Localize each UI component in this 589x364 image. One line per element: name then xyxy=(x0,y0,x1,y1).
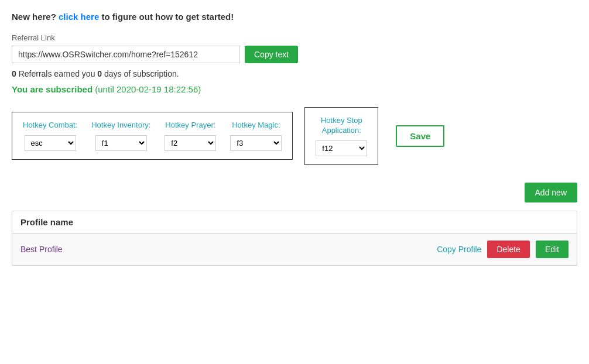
profile-row-cell: Best Profile Copy Profile Delete Edit xyxy=(12,233,577,265)
hotkey-prayer-label: Hotkey Prayer: xyxy=(165,121,215,131)
hotkey-stop-group: Hotkey StopApplication: esc f1 f2 f3 f4 … xyxy=(316,116,367,156)
hotkey-combat-select[interactable]: esc f1 f2 f3 f4 f5 f12 xyxy=(25,135,76,151)
subscribed-label: You are subscribed xyxy=(12,84,93,94)
save-button[interactable]: Save xyxy=(396,125,444,147)
hotkey-magic-select[interactable]: esc f1 f2 f3 f4 f5 f12 xyxy=(230,135,282,151)
add-new-row: Add new xyxy=(12,183,577,202)
until-label: (until 2020-02-19 18:22:56) xyxy=(95,84,201,94)
hotkey-stop-label: Hotkey StopApplication: xyxy=(321,116,362,136)
table-row: Best Profile Copy Profile Delete Edit xyxy=(12,233,577,265)
profiles-table-header: Profile name xyxy=(12,211,577,233)
hotkeys-section: Hotkey Combat: esc f1 f2 f3 f4 f5 f12 Ho… xyxy=(12,107,577,165)
copy-text-button[interactable]: Copy text xyxy=(245,46,298,63)
profile-row-actions: Copy Profile Delete Edit xyxy=(437,241,569,258)
add-new-button[interactable]: Add new xyxy=(525,183,577,202)
profile-row-content: Best Profile Copy Profile Delete Edit xyxy=(20,241,569,258)
hotkey-combat-label: Hotkey Combat: xyxy=(23,121,77,131)
hotkey-inventory-select[interactable]: esc f1 f2 f3 f4 f5 f12 xyxy=(95,135,147,151)
hotkey-inventory-label: Hotkey Inventory: xyxy=(91,121,150,131)
banner-prefix: New here? xyxy=(12,12,56,22)
profile-name: Best Profile xyxy=(20,245,63,254)
edit-button[interactable]: Edit xyxy=(536,241,569,258)
referral-input[interactable] xyxy=(12,46,240,63)
hotkey-magic-group: Hotkey Magic: esc f1 f2 f3 f4 f5 f12 xyxy=(230,121,282,151)
delete-button[interactable]: Delete xyxy=(487,241,529,258)
new-here-banner: New here? click here to figure out how t… xyxy=(12,12,577,22)
hotkey-stop-box: Hotkey StopApplication: esc f1 f2 f3 f4 … xyxy=(304,107,378,165)
hotkey-inventory-group: Hotkey Inventory: esc f1 f2 f3 f4 f5 f12 xyxy=(91,121,150,151)
hotkey-prayer-select[interactable]: esc f1 f2 f3 f4 f5 f12 xyxy=(165,135,216,151)
profiles-table: Profile name Best Profile Copy Profile D… xyxy=(12,211,577,266)
copy-profile-button[interactable]: Copy Profile xyxy=(437,245,481,254)
hotkeys-main-box: Hotkey Combat: esc f1 f2 f3 f4 f5 f12 Ho… xyxy=(12,112,293,160)
subscription-status: You are subscribed (until 2020-02-19 18:… xyxy=(12,84,577,94)
hotkey-prayer-group: Hotkey Prayer: esc f1 f2 f3 f4 f5 f12 xyxy=(165,121,216,151)
referral-stats: 0 Referrals earned you 0 days of subscri… xyxy=(12,69,577,78)
banner-suffix: to figure out how to get started! xyxy=(101,12,234,22)
referral-label: Referral Link xyxy=(12,33,577,42)
hotkey-stop-select[interactable]: esc f1 f2 f3 f4 f5 f12 xyxy=(316,140,367,156)
hotkey-magic-label: Hotkey Magic: xyxy=(232,121,280,131)
banner-link[interactable]: click here xyxy=(59,12,99,22)
referral-row: Copy text xyxy=(12,46,577,63)
hotkey-combat-group: Hotkey Combat: esc f1 f2 f3 f4 f5 f12 xyxy=(23,121,77,151)
